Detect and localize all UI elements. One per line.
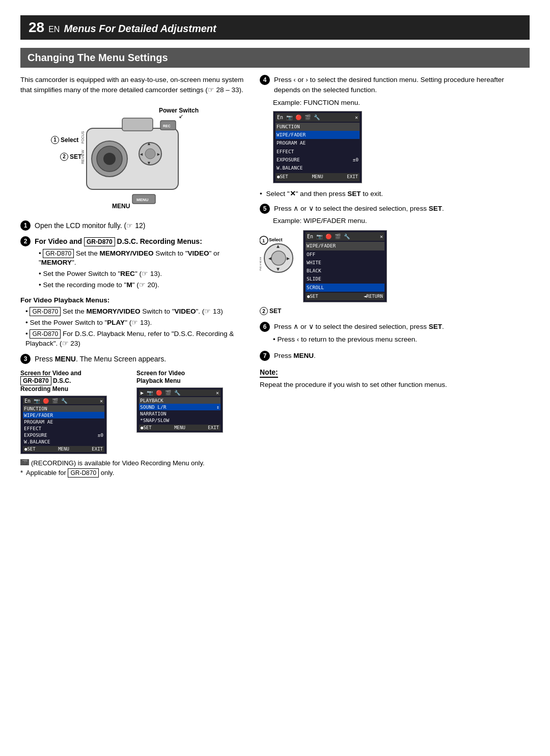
menu-row-wipe: WIPE/FADER xyxy=(23,412,104,418)
select-label: Select xyxy=(61,136,78,144)
gr-d870-box-5: GR-D870 xyxy=(20,376,51,385)
gr-d870-box-4: GR-D870 xyxy=(30,329,61,339)
set-label: SET xyxy=(70,153,81,160)
wf-black: BLACK xyxy=(306,267,384,275)
wf-white: WHITE xyxy=(306,259,384,267)
svg-text:◄: ◄ xyxy=(267,256,272,261)
step-2: 2 For Video and GR-D870 D.S.C. Recording… xyxy=(20,236,244,291)
svg-rect-4 xyxy=(122,118,153,131)
menu-row-function: FUNCTION xyxy=(23,405,104,412)
wf-menu: En 📷 🔴 🎬 🔧 ✕ WIPE/FADER OFF WHITE BLACK … xyxy=(303,230,387,302)
note-box: Note: Repeat the procedure if you wish t… xyxy=(260,368,530,390)
menu-row-effect: EFFECT xyxy=(23,425,104,432)
select-x-note: • Select "✕" and then press SET to exit. xyxy=(260,189,530,198)
gr-d870-box-2: GR-D870 xyxy=(43,249,74,258)
fmenu-row-wbalance: W.BALANCE xyxy=(276,164,360,172)
svg-text:Select: Select xyxy=(269,237,283,242)
fmenu-row-effect: EFFECT xyxy=(276,148,360,156)
set-label-2: 2 SET xyxy=(260,306,530,316)
svg-point-8 xyxy=(145,149,155,159)
section-title: Changing The Menu Settings xyxy=(20,48,530,68)
joystick-diagram: ▲ ▼ ◄ ► FOCUS REVIEW 1 Select xyxy=(260,230,298,286)
menu-screen-left: En 📷 🔴 🎬 🔧 ✕ FUNCTION WIPE/FADER PROGRAM… xyxy=(20,396,107,454)
right-step-7-num: 7 xyxy=(260,351,270,361)
gr-d870-box-3: GR-D870 xyxy=(30,307,61,316)
circle-1: 1 xyxy=(51,136,59,144)
step-2b-bullet-3: GR-D870 For D.S.C. Playback Menu, refer … xyxy=(25,329,244,349)
step-3: 3 Press MENU. The Menu Screen appears. xyxy=(20,354,244,365)
recording-icon: 🎬 xyxy=(20,459,29,465)
joystick-svg: ▲ ▼ ◄ ► FOCUS REVIEW 1 Select xyxy=(260,230,298,286)
select-x-text: Select "✕" and then press SET to exit. xyxy=(266,190,383,198)
screen-caption-right: Screen for Video Playback Menu xyxy=(136,370,244,385)
right-step-5: 5 Press ∧ or ∨ to select the desired sel… xyxy=(260,204,530,316)
svg-text:►: ► xyxy=(156,152,161,157)
left-caption-4: Recording Menu xyxy=(20,385,68,393)
chapter-en: EN xyxy=(48,25,60,34)
right-step-5-num: 5 xyxy=(260,204,270,214)
right-step-6-text: Press ∧ or ∨ to select the desired selec… xyxy=(274,322,444,332)
left-column: This camcorder is equipped with an easy-… xyxy=(20,75,244,477)
step-2-bullet-1: GR-D870 Set the MEMORY/VIDEO Switch to "… xyxy=(39,249,244,268)
menu-row-program: PROGRAM AE xyxy=(23,418,104,425)
select-label-group: 1 Select xyxy=(51,136,78,144)
svg-text:REC: REC xyxy=(163,124,171,128)
right-step-7: 7 Press MENU. xyxy=(260,351,530,361)
right-step-4-text: Press ‹ or › to select the desired funct… xyxy=(274,75,530,96)
step-1-num: 1 xyxy=(20,220,31,231)
step-2b-bullet-1: GR-D870 Set the MEMORY/VIDEO Switch to "… xyxy=(25,307,244,317)
left-caption-1: Screen for Video and xyxy=(20,370,81,377)
step-2b: For Video Playback Menus: GR-D870 Set th… xyxy=(20,295,244,349)
camcorder-svg: REC MENU ▲ ▼ ◄ ► FOCUS xyxy=(56,113,209,210)
wf-menu-top: En 📷 🔴 🎬 🔧 ✕ xyxy=(306,232,384,241)
left-caption-3: D.S.C. xyxy=(53,377,71,384)
menu-top-right: ▶ 📷 🔴 🎬 🔧 ✕ xyxy=(139,389,221,396)
wf-title: WIPE/FADER xyxy=(306,242,384,250)
wf-bottom: ●SET◄RETURN xyxy=(306,293,384,301)
chapter-number: 28 xyxy=(29,19,44,36)
step-2b-body: For Video Playback Menus: GR-D870 Set th… xyxy=(20,295,244,349)
step-3-num: 3 xyxy=(20,354,31,364)
step-2-body: GR-D870 Set the MEMORY/VIDEO Switch to "… xyxy=(34,249,244,291)
note-text: Repeat the procedure if you wish to set … xyxy=(260,380,530,390)
right-step-6-header: 6 Press ∧ or ∨ to select the desired sel… xyxy=(260,322,530,332)
menu-bottom-right: ●SETMENUEXIT xyxy=(139,425,221,431)
chapter-title: Menus For Detailed Adjustment xyxy=(64,23,216,35)
set-label-group: 2 SET xyxy=(60,153,81,161)
step-2-num: 2 xyxy=(20,236,31,246)
page: 28 EN Menus For Detailed Adjustment Chan… xyxy=(0,0,550,756)
applicable-note: * Applicable for GR-D870 only. xyxy=(20,469,244,477)
menu-row-playback: PLAYBACK xyxy=(139,397,221,404)
step-3-header: 3 Press MENU. The Menu Screen appears. xyxy=(20,354,244,365)
menu-top-left: En 📷 🔴 🎬 🔧 ✕ xyxy=(23,398,104,404)
svg-text:►: ► xyxy=(286,256,291,261)
step-6-sub: • Press ‹ to return to the previous menu… xyxy=(273,334,530,345)
fmenu-row-wipe: WIPE/FADER xyxy=(276,131,360,139)
diagram-area: Power Switch ↙ xyxy=(20,103,244,212)
step-2-bullet-3: Set the recording mode to "M" (☞ 20). xyxy=(39,281,244,290)
fmenu-row-exposure: EXPOSURE±0 xyxy=(276,156,360,164)
menu-row-narration: NARRATION xyxy=(139,410,221,417)
set-text-2: SET xyxy=(269,306,281,316)
recording-note-text: (RECORDING) is available for Video Recor… xyxy=(31,459,205,467)
fmenu-bottom: ●SETMENUEXIT xyxy=(276,173,360,181)
function-menu-area: En 📷 🔴 🎬 🔧 ✕ FUNCTION WIPE/FADER PROGRAM… xyxy=(273,111,530,183)
fmenu-row-title: FUNCTION xyxy=(276,123,360,131)
step-1-header: 1 Open the LCD monitor fully. (☞ 12) xyxy=(20,220,244,231)
svg-text:▲: ▲ xyxy=(147,141,151,146)
step-1: 1 Open the LCD monitor fully. (☞ 12) xyxy=(20,220,244,231)
menu-row-exposure: EXPOSURE±0 xyxy=(23,432,104,438)
right-column: 4 Press ‹ or › to select the desired fun… xyxy=(260,75,530,477)
gr-d870-box-1: GR-D870 xyxy=(84,237,115,246)
note-title: Note: xyxy=(260,368,278,378)
wf-off: OFF xyxy=(306,250,384,259)
screen-block-right: Screen for Video Playback Menu ▶ 📷 🔴 🎬 🔧… xyxy=(136,370,244,454)
right-step-6-num: 6 xyxy=(260,322,270,332)
playback-heading: For Video Playback Menus: xyxy=(20,295,244,305)
function-menu-screen: En 📷 🔴 🎬 🔧 ✕ FUNCTION WIPE/FADER PROGRAM… xyxy=(273,111,362,183)
example-wipe-label: Example: WIPE/FADER menu. xyxy=(273,216,530,226)
right-step-5-text: Press ∧ or ∨ to select the desired selec… xyxy=(274,204,444,214)
svg-point-3 xyxy=(103,153,116,165)
step-2-bullet-2: Set the Power Switch to "REC" (☞ 13). xyxy=(39,269,244,279)
menu-row-wbalance: W.BALANCE xyxy=(23,438,104,445)
